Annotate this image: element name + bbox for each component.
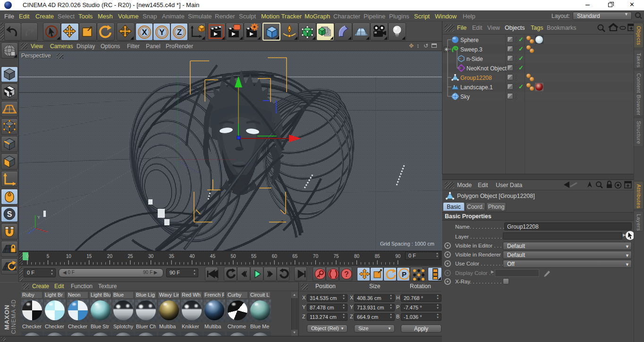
svg-text:?: ? xyxy=(344,270,349,278)
svg-text:20: 20 xyxy=(107,254,113,259)
svg-text:5: 5 xyxy=(47,254,50,259)
svg-text:40: 40 xyxy=(189,254,195,259)
svg-text:30: 30 xyxy=(148,254,154,259)
svg-text:75: 75 xyxy=(333,254,339,259)
svg-text:65: 65 xyxy=(292,254,298,259)
svg-text:S: S xyxy=(7,210,12,218)
svg-text:50: 50 xyxy=(230,254,236,259)
svg-text:P: P xyxy=(402,270,407,278)
svg-text:55: 55 xyxy=(251,254,257,259)
svg-text:10: 10 xyxy=(66,254,72,259)
svg-text:70: 70 xyxy=(313,254,319,259)
svg-text:35: 35 xyxy=(169,254,175,259)
svg-text:15: 15 xyxy=(86,254,92,259)
svg-text:0: 0 xyxy=(26,254,29,259)
svg-text:80: 80 xyxy=(354,254,360,259)
svg-text:90: 90 xyxy=(395,254,401,259)
svg-text:25: 25 xyxy=(127,254,133,259)
svg-text:Z: Z xyxy=(177,28,182,37)
svg-text:X: X xyxy=(142,28,147,37)
svg-text:Grid Spacing : 1000 cm: Grid Spacing : 1000 cm xyxy=(380,241,434,247)
svg-text:45: 45 xyxy=(210,254,216,259)
svg-text:85: 85 xyxy=(375,254,381,259)
svg-text:60: 60 xyxy=(272,254,278,259)
svg-text:Y: Y xyxy=(159,28,165,37)
